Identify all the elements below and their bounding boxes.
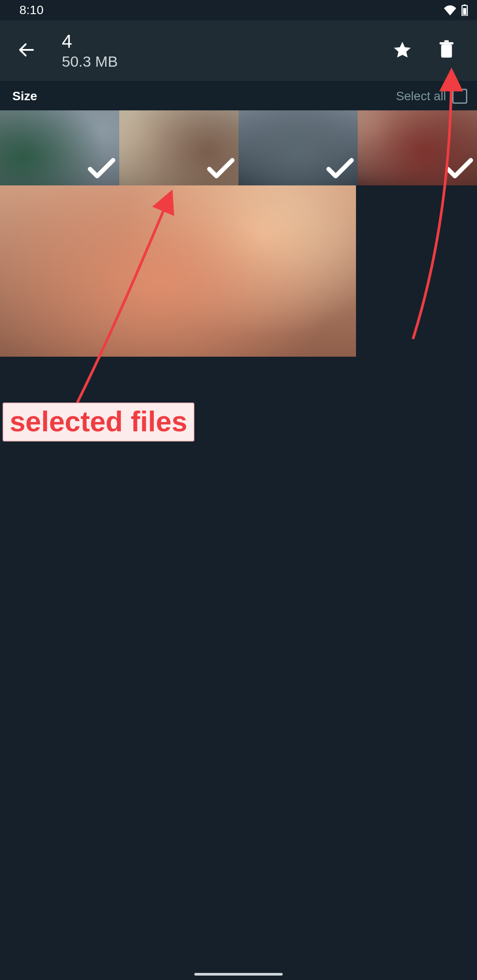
svg-rect-5 (444, 40, 449, 42)
media-thumb[interactable] (238, 110, 358, 185)
select-all-toggle[interactable]: Select all (396, 89, 467, 104)
media-grid (0, 110, 477, 357)
wifi-icon (443, 5, 457, 15)
gesture-nav-bar (194, 973, 283, 976)
status-time: 8:10 (19, 3, 44, 17)
checkmark-icon (87, 156, 116, 182)
svg-rect-4 (439, 42, 454, 45)
svg-rect-3 (441, 45, 452, 58)
selection-summary: 4 50.3 MB (62, 31, 118, 71)
trash-icon (437, 40, 456, 62)
checkmark-icon (326, 156, 354, 182)
checkbox-outline-icon (452, 89, 467, 104)
selected-count: 4 (62, 31, 118, 52)
select-all-label: Select all (396, 89, 446, 103)
arrow-left-icon (17, 40, 36, 61)
checkmark-icon (445, 156, 473, 182)
media-thumb[interactable] (0, 110, 119, 185)
star-button[interactable] (382, 31, 422, 71)
thumb-image (0, 185, 356, 357)
delete-button[interactable] (427, 31, 466, 71)
selected-size: 50.3 MB (62, 53, 118, 71)
star-icon (392, 40, 413, 62)
sort-button[interactable]: Size (12, 89, 37, 103)
status-icons (443, 4, 468, 16)
media-thumb[interactable] (119, 110, 238, 185)
annotation-label-text: selected files (10, 406, 187, 437)
annotation-label: selected files (3, 403, 194, 441)
media-thumb[interactable] (358, 110, 477, 185)
checkmark-icon (207, 156, 235, 182)
app-bar: 4 50.3 MB (0, 20, 477, 81)
svg-rect-2 (463, 8, 466, 15)
status-bar: 8:10 (0, 0, 477, 20)
media-thumb[interactable] (0, 185, 356, 357)
toolbar-row: Size Select all (0, 81, 477, 110)
battery-icon (461, 4, 468, 16)
back-button[interactable] (9, 33, 44, 68)
